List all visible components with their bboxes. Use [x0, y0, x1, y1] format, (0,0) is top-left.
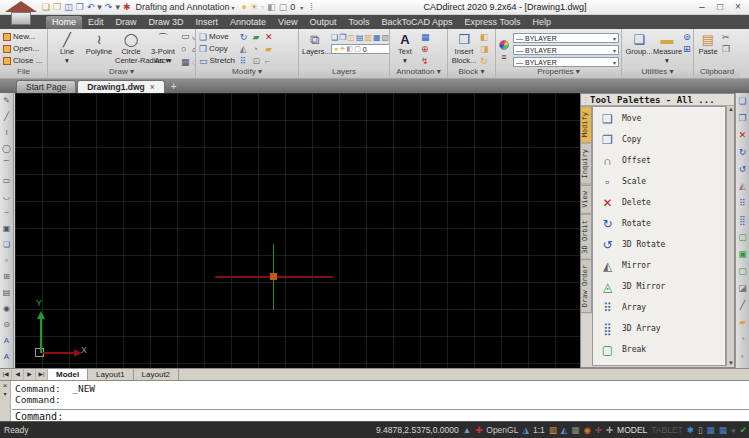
stretch-button[interactable]: ▭ Stretch [199, 55, 235, 66]
block-icon[interactable]: ❏ [3, 237, 10, 253]
clipboard-icon[interactable]: ✂ [722, 32, 730, 42]
join-icon[interactable]: ▣ [738, 246, 747, 263]
menu-item[interactable]: Insert [190, 16, 225, 29]
palette-item-copy[interactable]: ❐ Copy [593, 129, 725, 150]
circle-icon[interactable]: ◯ [2, 141, 11, 157]
panel-label-layers[interactable]: Layers [299, 67, 389, 78]
modify-extra-icon[interactable]: ⠿ [240, 56, 247, 66]
utility-small-icon[interactable]: ⊞ [683, 44, 691, 54]
ellipse-icon[interactable]: ⊙ [3, 317, 10, 333]
bulb-icon[interactable]: ● [242, 0, 247, 15]
layout-tab[interactable]: Model [48, 369, 88, 380]
palette-tab[interactable]: Inquiry [581, 143, 592, 185]
panel-label-draw[interactable]: Draw ▾ [48, 67, 195, 78]
panel-label-clipboard[interactable]: Clipboard [694, 67, 740, 78]
modify-extra-icon[interactable]: ✕ [265, 32, 273, 42]
layer-walk-icon[interactable]: ▦ [373, 33, 381, 42]
layer-match-icon[interactable]: ▥ [364, 33, 372, 42]
scale-label[interactable]: 1:1 [533, 425, 545, 436]
delete-icon[interactable]: ✕ [739, 127, 747, 144]
hatch-icon[interactable]: ▤ [3, 285, 11, 301]
annotation-icon[interactable]: ⊕ [421, 44, 429, 54]
array-icon[interactable]: ⠿ [739, 195, 746, 212]
redo-icon[interactable]: ↷ [105, 0, 113, 15]
menu-item[interactable]: Annotate [224, 16, 272, 29]
insert-block-button[interactable]: ❒ Insert Block... [451, 31, 477, 67]
file-command-button[interactable]: Open... [3, 43, 42, 54]
maximize-button[interactable]: □ [711, 0, 729, 14]
close-button[interactable]: × [729, 0, 747, 14]
lock-icon[interactable]: ◧ [267, 0, 276, 15]
palette-item-scale[interactable]: ▫ Scale [593, 171, 725, 192]
palette-tab[interactable]: Modify [581, 106, 592, 143]
panel-label-utilities[interactable]: Utilities ▾ [622, 67, 693, 78]
workspace-switcher[interactable]: Drafting and Annotation ▾ [135, 2, 234, 12]
color-wheel-icon[interactable] [499, 40, 509, 50]
annotation-scale-icon[interactable]: ▯ [698, 425, 703, 436]
menu-item[interactable]: Draw 3D [143, 16, 190, 29]
modify-extra-icon[interactable]: ▰ [252, 32, 259, 42]
chevron-down-icon[interactable]: ▾ [0, 390, 10, 398]
app-logo-icon[interactable] [4, 1, 38, 28]
array3d-icon[interactable]: ⣿ [739, 212, 746, 229]
minimize-button[interactable]: – [693, 0, 711, 14]
palette-scrollbar[interactable]: ▲ ▼ [726, 106, 734, 366]
rectangle-icon[interactable]: ▭ [181, 31, 191, 43]
panel-label-block[interactable]: Block ▾ [448, 67, 495, 78]
layout-tab[interactable]: Layout2 [134, 369, 179, 380]
new-icon[interactable]: ❏ [42, 0, 50, 15]
block-tool-icon[interactable]: ↻ [480, 56, 488, 66]
new-tab-button[interactable]: + [171, 80, 177, 93]
text-icon[interactable]: A [4, 349, 9, 365]
opengl-label[interactable]: OpenGL [486, 425, 518, 436]
modify-extra-icon[interactable]: ▰ [265, 44, 272, 54]
rectangle-icon[interactable]: ▭ [3, 173, 11, 189]
menu-item[interactable]: Draw [110, 16, 143, 29]
mtext-icon[interactable]: A [4, 333, 9, 349]
coordinates[interactable]: 9.4878,2.5375,0.0000 [376, 425, 459, 436]
tab-start-page[interactable]: Start Page [16, 80, 76, 93]
palette-title[interactable]: Tool Palettes - All ... [581, 94, 734, 106]
scroll-down-icon[interactable]: ▼ [727, 360, 735, 366]
panel-label-file[interactable]: File [0, 67, 47, 78]
sketch-icon[interactable]: ✎ [3, 93, 10, 109]
close-icon[interactable]: × [0, 381, 10, 390]
chamfer-icon[interactable]: ▰ [739, 314, 746, 331]
menu-item[interactable]: Edit [82, 16, 110, 29]
file-command-button[interactable]: Close ... [3, 55, 42, 66]
stretch-icon[interactable]: ◪ [738, 280, 747, 297]
file-command-button[interactable]: New... [3, 31, 42, 42]
panel-label-annotation[interactable]: Annotation ▾ [390, 67, 447, 78]
arc-button[interactable]: ⌒ 3-Point Arc ▾ [147, 31, 179, 67]
annotation-icon[interactable]: ▦ [421, 32, 430, 42]
lineweight-icon[interactable]: ≡ [501, 53, 506, 62]
copy-button[interactable]: ❐ Copy [199, 43, 235, 54]
fillet-icon[interactable]: ◔ [740, 331, 745, 348]
sun-icon[interactable]: ☀ [250, 0, 258, 15]
workspace-icon[interactable]: ▥ [549, 425, 557, 436]
layer-prev-icon[interactable]: ▧ [382, 33, 389, 42]
spline-icon[interactable]: ◌ [192, 57, 195, 67]
crosshair-icon[interactable]: ✛ [595, 425, 602, 436]
panel-label-modify[interactable]: Modify ▾ [196, 67, 298, 78]
palette-item-3d-array[interactable]: ⣿ 3D Array [593, 318, 725, 339]
palette-tab[interactable]: View [581, 185, 592, 214]
workspace-gear-icon[interactable]: ✱ [123, 0, 131, 15]
circle-button[interactable]: ◯ Circle Center-Radius ▾ [115, 31, 147, 67]
palette-item-break[interactable]: ▢ Break [593, 339, 725, 360]
clipboard-icon[interactable]: ❐ [722, 44, 730, 54]
modify-extra-icon[interactable]: ⌐ [265, 56, 270, 66]
first-tab-button[interactable]: |◀ [0, 369, 12, 380]
palette-item-rotate[interactable]: ↻ Rotate [593, 213, 725, 234]
linetype-combo[interactable]: — BYLAYER ▾ [513, 45, 619, 55]
status-circle-icon[interactable]: ● [731, 425, 736, 436]
ucs-plus-icon[interactable]: ✛ [606, 425, 613, 436]
modify-extra-icon[interactable]: ◔ [252, 44, 257, 54]
line-icon[interactable]: ╱ [4, 109, 9, 125]
palette-item-delete[interactable]: ✕ Delete [593, 192, 725, 213]
layer-freeze-icon[interactable]: ❐ [339, 33, 346, 42]
menu-item[interactable]: Tools [343, 16, 376, 29]
modify-extra-icon[interactable]: ◭ [240, 44, 247, 54]
record-icon[interactable]: ◉ [583, 425, 590, 436]
toolbar-overflow-icon[interactable]: ⁞ [310, 2, 313, 12]
